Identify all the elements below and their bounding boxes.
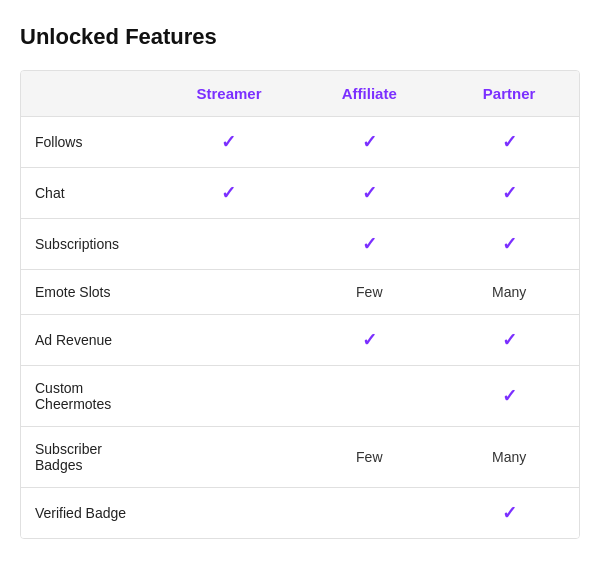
table-row: Subscriber BadgesFewMany <box>21 427 579 488</box>
text-value: Many <box>492 449 526 465</box>
cell-affiliate: ✓ <box>299 219 439 270</box>
cell-streamer <box>159 366 300 427</box>
feature-name: Emote Slots <box>21 270 159 315</box>
page-title: Unlocked Features <box>20 24 580 50</box>
feature-name: Subscriptions <box>21 219 159 270</box>
cell-partner: ✓ <box>439 117 579 168</box>
cell-affiliate: Few <box>299 270 439 315</box>
text-value: Few <box>356 284 382 300</box>
cell-affiliate: ✓ <box>299 168 439 219</box>
cell-streamer <box>159 315 300 366</box>
cell-affiliate: ✓ <box>299 315 439 366</box>
col-feature <box>21 71 159 117</box>
cell-partner: Many <box>439 270 579 315</box>
table-row: Subscriptions✓✓ <box>21 219 579 270</box>
feature-name: Follows <box>21 117 159 168</box>
table-row: Emote SlotsFewMany <box>21 270 579 315</box>
cell-streamer: ✓ <box>159 117 300 168</box>
cell-partner: ✓ <box>439 488 579 539</box>
features-table: Streamer Affiliate Partner Follows✓✓✓Cha… <box>20 70 580 539</box>
cell-affiliate <box>299 366 439 427</box>
check-icon: ✓ <box>502 386 517 406</box>
check-icon: ✓ <box>502 330 517 350</box>
cell-streamer <box>159 427 300 488</box>
check-icon: ✓ <box>221 132 236 152</box>
cell-streamer <box>159 270 300 315</box>
feature-name: Verified Badge <box>21 488 159 539</box>
cell-partner: ✓ <box>439 315 579 366</box>
cell-affiliate <box>299 488 439 539</box>
check-icon: ✓ <box>221 183 236 203</box>
check-icon: ✓ <box>502 132 517 152</box>
check-icon: ✓ <box>502 234 517 254</box>
table-row: Ad Revenue✓✓ <box>21 315 579 366</box>
table-row: Chat✓✓✓ <box>21 168 579 219</box>
table-header-row: Streamer Affiliate Partner <box>21 71 579 117</box>
feature-name: Ad Revenue <box>21 315 159 366</box>
feature-name: Chat <box>21 168 159 219</box>
cell-partner: ✓ <box>439 366 579 427</box>
check-icon: ✓ <box>362 330 377 350</box>
check-icon: ✓ <box>362 234 377 254</box>
table-row: Follows✓✓✓ <box>21 117 579 168</box>
col-affiliate: Affiliate <box>299 71 439 117</box>
cell-streamer <box>159 219 300 270</box>
cell-partner: Many <box>439 427 579 488</box>
text-value: Few <box>356 449 382 465</box>
check-icon: ✓ <box>502 503 517 523</box>
cell-partner: ✓ <box>439 219 579 270</box>
check-icon: ✓ <box>362 132 377 152</box>
check-icon: ✓ <box>502 183 517 203</box>
feature-name: Custom Cheermotes <box>21 366 159 427</box>
check-icon: ✓ <box>362 183 377 203</box>
col-streamer: Streamer <box>159 71 300 117</box>
cell-affiliate: ✓ <box>299 117 439 168</box>
text-value: Many <box>492 284 526 300</box>
feature-name: Subscriber Badges <box>21 427 159 488</box>
cell-partner: ✓ <box>439 168 579 219</box>
col-partner: Partner <box>439 71 579 117</box>
table-row: Custom Cheermotes✓ <box>21 366 579 427</box>
table-row: Verified Badge✓ <box>21 488 579 539</box>
cell-affiliate: Few <box>299 427 439 488</box>
cell-streamer <box>159 488 300 539</box>
cell-streamer: ✓ <box>159 168 300 219</box>
